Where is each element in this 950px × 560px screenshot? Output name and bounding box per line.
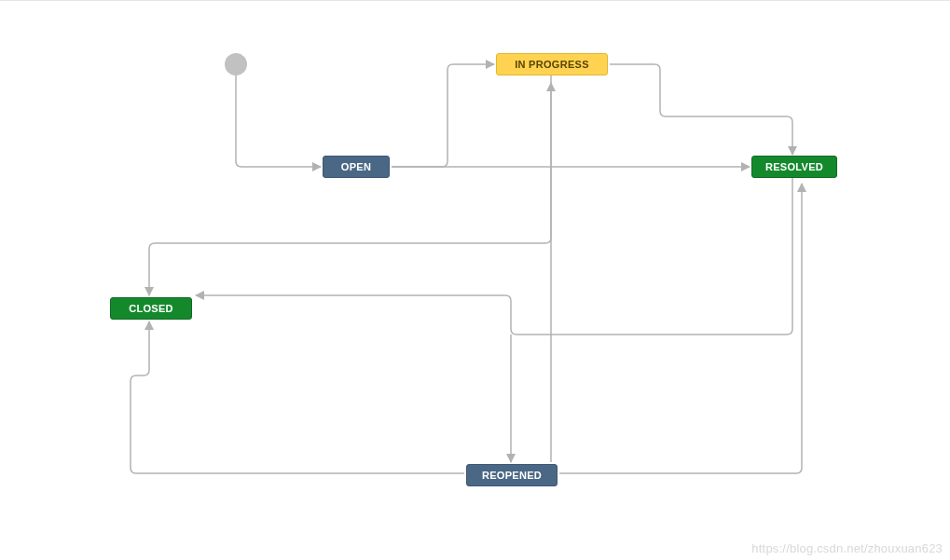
edge-open-inprogress	[392, 64, 494, 167]
edge-reopened-resolved	[559, 184, 802, 473]
state-closed[interactable]: CLOSED	[110, 297, 192, 320]
edge-resolved-closed	[149, 178, 792, 335]
edge-reopened-closed-2	[131, 321, 464, 473]
state-reopened-label: REOPENED	[482, 470, 542, 481]
state-open[interactable]: OPEN	[323, 156, 390, 178]
edge-start-open	[236, 75, 321, 167]
edge-inprogress-resolved	[610, 64, 792, 155]
state-inprogress-label: IN PROGRESS	[515, 59, 589, 70]
edge-inprogress-closed	[149, 75, 551, 295]
start-node	[225, 53, 247, 75]
workflow-diagram: OPEN IN PROGRESS RESOLVED CLOSED REOPENE…	[0, 0, 950, 560]
state-reopened[interactable]: REOPENED	[466, 464, 558, 486]
edge-resolved-closed-2	[196, 178, 792, 335]
state-inprogress[interactable]: IN PROGRESS	[496, 53, 608, 75]
state-closed-label: CLOSED	[129, 303, 173, 314]
state-resolved[interactable]: RESOLVED	[751, 156, 837, 178]
state-open-label: OPEN	[341, 161, 371, 172]
watermark-text: https://blog.csdn.net/zhouxuan623	[751, 541, 943, 555]
state-resolved-label: RESOLVED	[765, 161, 823, 172]
edge-reopened-closed	[131, 321, 464, 473]
